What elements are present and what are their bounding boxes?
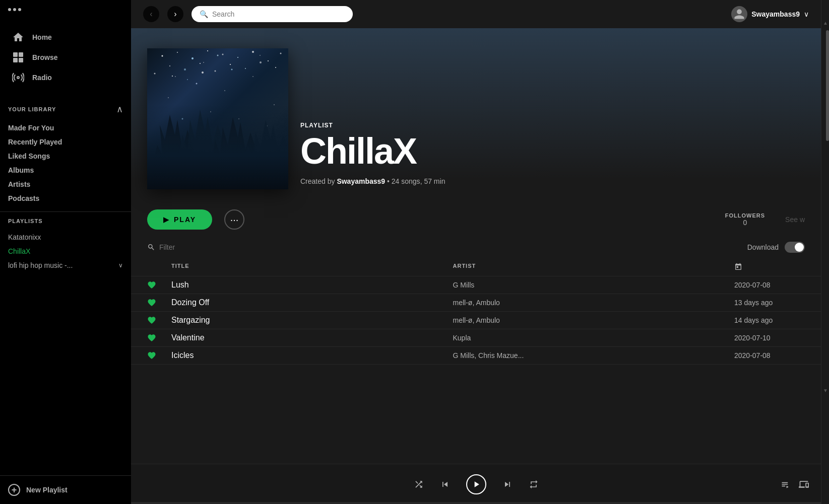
playlist-item-chillax[interactable]: ChillaX — [8, 244, 123, 258]
followers-label: FOLLOWERS — [725, 212, 765, 219]
play-transport-button[interactable] — [466, 474, 486, 494]
col-date — [734, 263, 805, 272]
track-list: Lush G Mills 2020-07-08 Dozing Off mell-… — [131, 276, 821, 365]
add-playlist-icon: + — [8, 484, 20, 496]
playlist-controls: ▶ PLAY ··· FOLLOWERS 0 See w — [131, 201, 821, 238]
cover-image — [147, 48, 288, 189]
playlist-content: PLAYLIST ChillaX Created by Swayambass9 … — [131, 28, 821, 464]
shuffle-icon — [414, 479, 424, 489]
track-like-button[interactable] — [147, 298, 171, 307]
track-date: 2020-07-10 — [734, 334, 805, 342]
user-chevron-icon: ∨ — [804, 10, 809, 18]
scroll-down-arrow[interactable]: ▼ — [823, 388, 828, 393]
track-date: 2020-07-08 — [734, 281, 805, 289]
sidebar-item-liked-songs[interactable]: Liked Songs — [8, 149, 123, 163]
col-empty — [147, 263, 171, 272]
more-options-button[interactable]: ··· — [224, 209, 244, 230]
heart-icon — [147, 333, 156, 342]
svg-point-19 — [245, 68, 246, 69]
shuffle-button[interactable] — [414, 479, 424, 489]
track-artist: mell-ø, Ambulo — [453, 316, 735, 324]
track-like-button[interactable] — [147, 280, 171, 290]
dot — [18, 8, 21, 11]
duration: 57 min — [424, 177, 445, 185]
prev-button[interactable] — [440, 479, 450, 489]
next-button[interactable] — [502, 479, 513, 489]
playlist-creator: Swayambass9 — [337, 177, 385, 185]
playlists-section: PLAYLISTS Katatonixx ChillaX lofi hip ho… — [0, 218, 131, 475]
track-row[interactable]: Dozing Off mell-ø, Ambulo 13 days ago — [131, 294, 821, 312]
forward-button[interactable]: › — [167, 6, 183, 22]
filter-input[interactable] — [159, 243, 247, 251]
svg-point-4 — [17, 77, 19, 79]
track-list-header: Download — [131, 238, 821, 257]
track-table-header: TITLE ARTIST — [131, 259, 821, 276]
browse-icon — [12, 51, 24, 63]
sidebar: Home Browse — [0, 0, 131, 504]
svg-rect-3 — [19, 58, 23, 62]
sidebar-nav: Home Browse — [0, 19, 131, 96]
play-transport-icon — [471, 479, 481, 489]
sidebar-item-label: Browse — [32, 53, 58, 61]
sidebar-item-radio[interactable]: Radio — [4, 67, 127, 88]
user-menu[interactable]: Swayambass9 ∨ — [731, 6, 809, 22]
skip-forward-icon — [502, 479, 513, 489]
search-icon: 🔍 — [200, 10, 208, 18]
play-button[interactable]: ▶ PLAY — [147, 209, 212, 230]
track-row[interactable]: Lush G Mills 2020-07-08 — [131, 276, 821, 294]
track-like-button[interactable] — [147, 316, 171, 325]
track-artist: Kupla — [453, 334, 735, 342]
followers-count: 0 — [725, 219, 765, 227]
track-row[interactable]: Icicles G Mills, Chris Mazue... 2020-07-… — [131, 347, 821, 365]
scroll-up-arrow[interactable]: ▲ — [823, 20, 828, 26]
collapse-library-icon[interactable]: ∧ — [116, 104, 123, 115]
sidebar-item-artists[interactable]: Artists — [8, 177, 123, 191]
svg-point-12 — [268, 60, 269, 61]
avatar — [731, 6, 747, 22]
track-row[interactable]: Valentine Kupla 2020-07-10 — [131, 329, 821, 347]
track-date: 13 days ago — [734, 299, 805, 307]
bottom-bar — [131, 464, 821, 504]
header: ‹ › 🔍 Swayambass9 ∨ — [131, 0, 821, 28]
track-title: Icicles — [171, 351, 453, 360]
menu-dots[interactable] — [0, 0, 131, 19]
queue-icon[interactable] — [781, 479, 791, 489]
download-toggle[interactable] — [785, 242, 805, 253]
devices-icon[interactable] — [799, 479, 809, 489]
download-area: Download — [747, 242, 805, 253]
sidebar-item-home[interactable]: Home — [4, 27, 127, 47]
track-like-button[interactable] — [147, 351, 171, 360]
playlist-type-label: PLAYLIST — [300, 122, 445, 129]
library-section-header: YOUR LIBRARY ∧ — [8, 104, 123, 115]
playlists-section-title: PLAYLISTS — [8, 218, 123, 224]
track-row[interactable]: Stargazing mell-ø, Ambulo 14 days ago — [131, 312, 821, 329]
username: Swayambass9 — [751, 10, 800, 18]
sidebar-item-label: Radio — [32, 74, 52, 82]
expand-playlist-icon: ∨ — [118, 262, 123, 269]
sidebar-item-podcasts[interactable]: Podcasts — [8, 191, 123, 205]
see-more-button[interactable]: See w — [785, 215, 805, 224]
playlist-item-katatonixx[interactable]: Katatonixx — [8, 230, 123, 244]
song-count: 24 songs — [392, 177, 420, 185]
sidebar-item-recently-played[interactable]: Recently Played — [8, 135, 123, 149]
repeat-button[interactable] — [529, 479, 539, 489]
filter-area — [147, 243, 247, 251]
followers-area: FOLLOWERS 0 — [725, 212, 765, 227]
new-playlist-button[interactable]: + New Playlist — [8, 484, 123, 496]
track-title: Lush — [171, 280, 453, 290]
track-title: Valentine — [171, 333, 453, 342]
svg-point-8 — [207, 50, 208, 51]
sidebar-item-made-for-you[interactable]: Made For You — [8, 121, 123, 135]
bottom-right-controls — [781, 479, 809, 489]
playlist-title: ChillaX — [300, 133, 445, 169]
sidebar-item-albums[interactable]: Albums — [8, 163, 123, 177]
playlist-item-lofi-hip-hop[interactable]: lofi hip hop music -... ∨ — [8, 258, 123, 272]
heart-icon — [147, 351, 156, 360]
search-input[interactable] — [212, 10, 345, 18]
sidebar-item-browse[interactable]: Browse — [4, 47, 127, 67]
back-button[interactable]: ‹ — [143, 6, 159, 22]
track-like-button[interactable] — [147, 333, 171, 342]
search-bar[interactable]: 🔍 — [192, 6, 353, 22]
progress-bar[interactable] — [131, 502, 821, 504]
scrollbar-thumb[interactable] — [826, 30, 829, 141]
